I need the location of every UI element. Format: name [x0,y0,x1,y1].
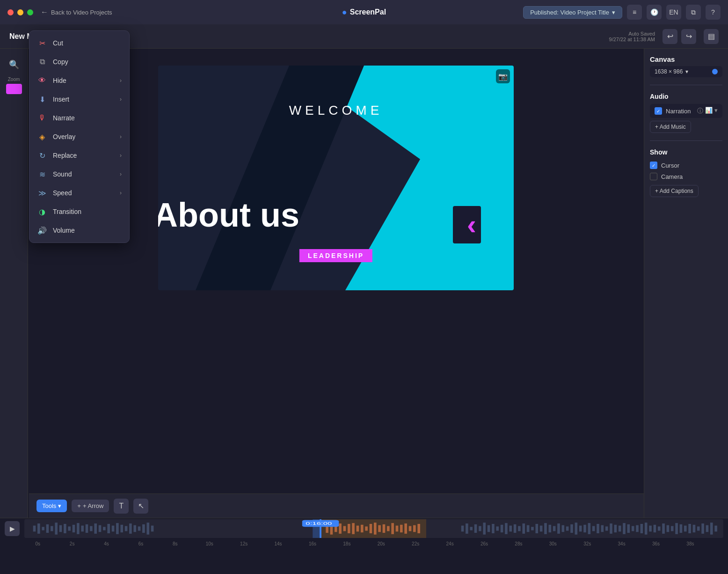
export-button[interactable]: ▤ [704,29,719,44]
close-button[interactable] [7,9,14,15]
svg-rect-18 [86,524,88,533]
svg-rect-16 [77,523,80,534]
canvas-size-text: 1638 × 986 [655,68,683,75]
svg-rect-80 [562,525,565,532]
ts-30s: 30s [536,541,570,546]
svg-rect-13 [64,524,66,533]
svg-rect-7 [37,523,40,534]
context-menu-replace[interactable]: ↻ Replace › [29,146,129,165]
text-button[interactable]: T [114,499,129,514]
svg-rect-42 [357,526,359,532]
tools-button[interactable]: Tools ▾ [36,500,67,512]
history-icon[interactable]: ≡ [627,5,642,20]
chevron-down-icon[interactable]: ▾ [714,107,718,115]
redo-button[interactable]: ↪ [681,29,696,44]
search-button[interactable]: 🔍 [4,54,24,75]
help-icon[interactable]: ? [706,5,721,20]
ts-32s: 32s [570,541,604,546]
narration-icons: ⓘ 📊 ▾ [697,107,718,115]
about-text: About us [158,196,299,234]
sound-icon: ≋ [37,169,47,179]
cut-icon: ✂ [37,38,47,48]
info-icon[interactable]: ⓘ [697,107,703,115]
copy-label: Copy [53,58,68,66]
app-logo: ● ScreenPal [342,7,386,17]
svg-rect-30 [138,526,141,530]
layers-icon[interactable]: ⧉ [686,5,701,20]
video-canvas: ‹ WELCOME About us LEADERSHIP 📷 [158,66,514,290]
add-captions-button[interactable]: + Add Captions [650,185,699,197]
cursor-checkbox[interactable]: ✓ [650,162,657,169]
context-menu-narrate[interactable]: 🎙 Narrate [29,109,129,127]
publish-label: Published: Video Project Title [530,9,609,16]
context-menu-cut[interactable]: ✂ Cut [29,34,129,52]
waveform-icon[interactable]: 📊 [705,107,713,115]
clock-icon[interactable]: 🕐 [647,5,662,20]
add-music-button[interactable]: + Add Music [650,121,691,133]
svg-rect-32 [146,522,149,534]
ts-8s: 8s [158,541,192,546]
autosaved-time: 9/27/22 at 11:38 AM [609,37,655,42]
fullscreen-button[interactable] [27,9,33,15]
chevron-down-icon: ▾ [612,9,615,16]
autosaved-label: Auto Saved [609,31,655,37]
play-button[interactable]: ▶ [5,521,20,536]
chevron-down-icon: ▾ [685,68,688,75]
canvas-color-dot[interactable] [712,69,718,74]
camera-checkbox[interactable] [650,173,657,180]
cursor-tool-button[interactable]: ↖ [133,499,148,514]
copy-icon: ⧉ [37,57,47,67]
svg-rect-78 [553,526,556,531]
svg-rect-20 [94,523,97,534]
lang-button[interactable]: EN [666,5,681,20]
context-menu-speed[interactable]: ≫ Speed › [29,184,129,202]
back-button[interactable]: ← Back to Video Projects [41,8,112,16]
ts-16s: 16s [295,541,329,546]
svg-rect-58 [466,523,468,534]
svg-rect-114 [710,522,713,534]
context-menu-insert[interactable]: ⬇ Insert › [29,90,129,109]
title-icons: ≡ 🕐 EN ⧉ ? [627,5,721,20]
overlay-label: Overlay [53,133,75,140]
ts-36s: 36s [639,541,673,546]
svg-rect-107 [680,524,683,533]
hide-icon: 👁 [37,75,47,86]
transition-label: Transition [53,208,81,215]
context-menu-sound[interactable]: ≋ Sound › [29,165,129,184]
svg-rect-29 [133,525,136,532]
svg-rect-38 [339,523,342,534]
svg-rect-24 [112,526,115,532]
ts-12s: 12s [226,541,261,546]
svg-rect-100 [649,526,652,532]
screenshot-button[interactable]: 📷 [496,69,510,83]
context-menu-transition[interactable]: ◑ Transition [29,202,129,221]
context-menu-copy[interactable]: ⧉ Copy [29,52,129,71]
insert-icon: ⬇ [37,94,47,104]
svg-rect-53 [404,523,407,534]
context-menu-hide[interactable]: 👁 Hide › [29,71,129,90]
ts-4s: 4s [89,541,124,546]
undo-button[interactable]: ↩ [662,29,677,44]
svg-rect-73 [531,527,534,530]
color-swatch[interactable] [6,84,22,94]
svg-rect-62 [483,522,486,534]
publish-button[interactable]: Published: Video Project Title ▾ [523,6,622,19]
ts-20s: 20s [364,541,398,546]
autosaved-area: Auto Saved 9/27/22 at 11:38 AM [609,31,655,42]
context-menu: ✂ Cut ⧉ Copy 👁 Hide › ⬇ Insert › 🎙 Narra… [29,30,130,243]
svg-rect-40 [348,524,350,533]
timeline-controls: ▶ [0,518,728,539]
svg-rect-87 [592,526,595,531]
svg-rect-71 [522,523,525,534]
arrow-label: + Arrow [83,502,103,509]
svg-rect-56 [417,524,420,533]
context-menu-overlay[interactable]: ◈ Overlay › [29,127,129,146]
arrow-button[interactable]: + + Arrow [72,500,109,512]
svg-text:0:16:00: 0:16:00 [306,521,332,525]
ts-28s: 28s [502,541,536,546]
speed-icon: ≫ [37,188,47,198]
minimize-button[interactable] [17,9,23,15]
timeline-track[interactable]: 0:16:00 [24,519,723,538]
context-menu-volume[interactable]: 🔊 Volume [29,221,129,240]
narration-checkbox[interactable]: ✓ [655,107,662,115]
